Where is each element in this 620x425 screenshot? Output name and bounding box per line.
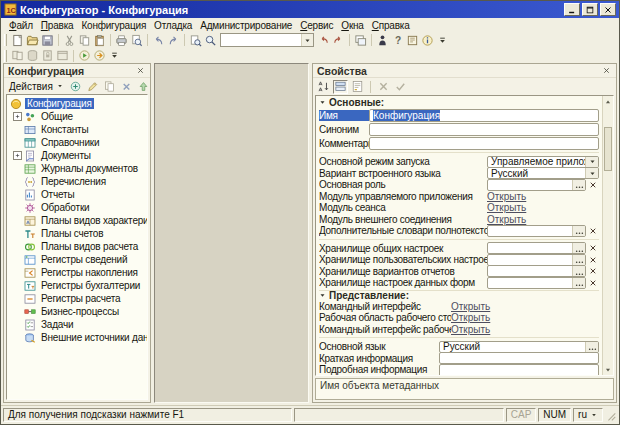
tree-item-configuration[interactable]: Конфигурация: [7, 97, 147, 110]
resize-grip[interactable]: [605, 408, 617, 422]
prop-session-module-link[interactable]: Открыть: [487, 202, 526, 213]
prop-detailed-info-input[interactable]: [439, 364, 599, 375]
prop-script-variant[interactable]: Вариант встроенного языкаРусский: [319, 168, 599, 180]
expander-icon[interactable]: [13, 112, 22, 121]
prop-user-report-settings-storage-field[interactable]: [487, 254, 586, 266]
help-icon[interactable]: ?: [390, 33, 405, 47]
find-icon[interactable]: [188, 33, 203, 47]
tree-item-common[interactable]: Общие: [7, 110, 147, 123]
clear-x-icon[interactable]: [587, 265, 599, 277]
menu-administration[interactable]: Администрирование: [196, 20, 296, 31]
maximize-button[interactable]: [582, 3, 598, 16]
clone-icon[interactable]: [102, 79, 118, 93]
prop-managed-app-module[interactable]: Модуль управляемого приложенияОткрыть: [319, 191, 599, 203]
prop-main-run-mode[interactable]: Основной режим запускаУправляемое прилож…: [319, 156, 599, 168]
expander-icon[interactable]: [13, 151, 22, 160]
prop-managed-app-module-link[interactable]: Открыть: [487, 191, 526, 202]
start-debug-icon[interactable]: [77, 49, 92, 63]
edit-icon[interactable]: [85, 79, 101, 93]
clear-x-icon[interactable]: [587, 277, 599, 289]
prop-report-variants-storage-field[interactable]: [487, 265, 586, 277]
undo-icon[interactable]: [151, 33, 166, 47]
categories-icon[interactable]: [333, 80, 348, 94]
prop-synonym[interactable]: Синоним: [319, 122, 599, 136]
prop-common-settings-storage-field[interactable]: [487, 242, 586, 254]
ellipsis-icon[interactable]: [572, 226, 585, 236]
menu-service[interactable]: Сервис: [296, 20, 337, 31]
prop-external-connection-module[interactable]: Модуль внешнего соединенияОткрыть: [319, 214, 599, 226]
menu-windows[interactable]: Окна: [337, 20, 367, 31]
prop-command-interface[interactable]: Командный интерфейсОткрыть: [319, 301, 599, 313]
ellipsis-icon[interactable]: [572, 255, 585, 265]
menu-edit[interactable]: Правка: [37, 20, 78, 31]
section-main[interactable]: Основные:: [319, 97, 599, 108]
prop-name-input[interactable]: Конфигурация: [369, 109, 599, 122]
dropdown-caret-icon[interactable]: [585, 157, 598, 167]
tree-item-accounting-registers[interactable]: Регистры бухгалтерии: [7, 279, 147, 292]
tree-item-external-sources[interactable]: Внешние источники данных: [7, 331, 147, 344]
tree-item-catalogs[interactable]: Справочники: [7, 136, 147, 149]
prop-default-role[interactable]: Основная роль: [319, 179, 599, 191]
tree-item-documents[interactable]: Документы: [7, 149, 147, 162]
prop-desktop-work-area[interactable]: Рабочая область рабочего столаОткрыть: [319, 312, 599, 324]
prop-report-variants-storage[interactable]: Хранилище вариантов отчетов: [319, 266, 599, 278]
sort-az-icon[interactable]: [316, 80, 331, 94]
zoom-icon[interactable]: [203, 33, 218, 47]
tree-item-accounts[interactable]: Планы счетов: [7, 227, 147, 240]
properties-list-icon[interactable]: [350, 80, 365, 94]
tree-item-accum-registers[interactable]: Регистры накопления: [7, 266, 147, 279]
ellipsis-icon[interactable]: [572, 266, 585, 276]
toolbar-more-icon[interactable]: [435, 33, 450, 47]
move-up-icon[interactable]: [136, 79, 152, 93]
prop-synonym-input[interactable]: [369, 123, 599, 136]
toolbar-grip[interactable]: [4, 50, 7, 62]
tree-item-document-journals[interactable]: Журналы документов: [7, 162, 147, 175]
new-document-icon[interactable]: [10, 33, 25, 47]
copy-icon[interactable]: [77, 33, 92, 47]
ellipsis-icon[interactable]: [572, 278, 585, 288]
support-config-icon[interactable]: [40, 49, 55, 63]
tree-item-business-processes[interactable]: Бизнес-процессы: [7, 305, 147, 318]
clear-x-icon[interactable]: [587, 254, 599, 266]
ellipsis-icon[interactable]: [585, 342, 598, 352]
prop-detailed-info[interactable]: Подробная информация: [319, 364, 599, 375]
prop-form-data-settings-storage[interactable]: Хранилище настроек данных форм: [319, 277, 599, 289]
prop-fulltext-dictionaries-field[interactable]: [487, 225, 586, 237]
scroll-thumb[interactable]: [604, 127, 612, 171]
prop-desktop-command-interface[interactable]: Командный интерфейс рабочего столаОткрыт…: [319, 324, 599, 336]
prop-external-connection-module-link[interactable]: Открыть: [487, 214, 526, 225]
tree-item-calc-registers[interactable]: Регистры расчета: [7, 292, 147, 305]
prop-name[interactable]: ИмяКонфигурация: [319, 108, 599, 122]
tree-item-enumerations[interactable]: Перечисления: [7, 175, 147, 188]
prop-default-role-field[interactable]: [487, 179, 586, 191]
search-input[interactable]: [221, 34, 301, 46]
close-panel-icon[interactable]: [134, 65, 146, 77]
prop-desktop-work-area-link[interactable]: Открыть: [451, 312, 490, 323]
prop-form-data-settings-storage-field[interactable]: [487, 277, 586, 289]
tree-item-constants[interactable]: Константы: [7, 123, 147, 136]
prop-brief-info[interactable]: Краткая информация: [319, 353, 599, 365]
clear-x-icon[interactable]: [587, 242, 599, 254]
ellipsis-icon[interactable]: [572, 180, 585, 190]
apply-gray-icon[interactable]: [393, 80, 408, 94]
tree-item-char-types[interactable]: Планы видов характеристик: [7, 214, 147, 227]
delete-icon[interactable]: [119, 79, 135, 93]
forward-icon[interactable]: [331, 33, 346, 47]
back-icon[interactable]: [316, 33, 331, 47]
db-config-icon[interactable]: [25, 49, 40, 63]
close-panel-icon[interactable]: [600, 65, 612, 77]
redo-icon[interactable]: [166, 33, 181, 47]
prop-brief-info-input[interactable]: [439, 352, 599, 364]
prop-fulltext-dictionaries[interactable]: Дополнительные словари полнотекстового п…: [319, 225, 599, 237]
prop-default-language-field[interactable]: Русский: [439, 341, 599, 353]
tree-item-data-processors[interactable]: Обработки: [7, 201, 147, 214]
dropdown-caret-icon[interactable]: [301, 34, 313, 46]
status-language-selector[interactable]: ru: [573, 408, 603, 422]
scroll-track[interactable]: [603, 171, 613, 364]
syntax-check-icon[interactable]: [375, 33, 390, 47]
syntax-helper-icon[interactable]: [405, 33, 420, 47]
toolbar-more-icon[interactable]: [107, 49, 122, 63]
clear-x-icon[interactable]: [587, 179, 599, 191]
menu-file[interactable]: Файл: [5, 20, 37, 31]
interface-icon[interactable]: [55, 49, 70, 63]
